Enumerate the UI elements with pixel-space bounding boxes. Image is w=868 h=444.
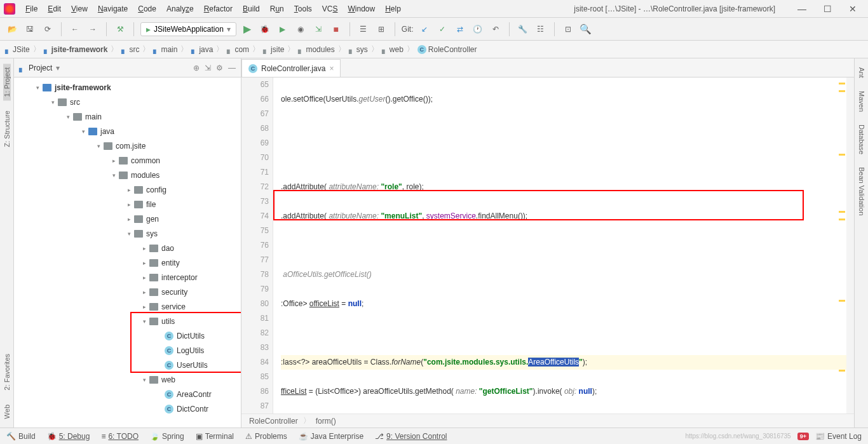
menu-vcs[interactable]: VCS bbox=[317, 3, 343, 15]
error-stripe[interactable] bbox=[846, 77, 854, 414]
project-dropdown-icon[interactable]: ▾ bbox=[56, 64, 60, 72]
sb-vcs[interactable]: ⎇ 9: Version Control bbox=[375, 432, 447, 441]
menu-code[interactable]: Code bbox=[133, 3, 161, 15]
forward-icon[interactable]: → bbox=[86, 22, 100, 36]
expand-icon[interactable]: ⇲ bbox=[205, 64, 211, 72]
tw-ant[interactable]: Ant bbox=[858, 64, 865, 82]
make-icon[interactable]: ⚒ bbox=[113, 22, 127, 36]
bc-file[interactable]: CRoleController bbox=[417, 45, 477, 54]
bc-main[interactable]: ▖main bbox=[153, 45, 177, 54]
menu-help[interactable]: Help bbox=[380, 3, 406, 15]
sb-terminal[interactable]: ▣ Terminal bbox=[196, 432, 234, 441]
refresh-icon[interactable]: ⟳ bbox=[41, 22, 55, 36]
tree-security[interactable]: ▸security bbox=[14, 285, 241, 299]
menu-refactor[interactable]: Refactor bbox=[199, 3, 238, 15]
attach-button[interactable]: ⇲ bbox=[311, 22, 325, 36]
git-compare-icon[interactable]: ⇄ bbox=[453, 22, 467, 36]
sb-debug[interactable]: 🐞 5: Debug bbox=[47, 432, 90, 441]
bc-sys[interactable]: ▖sys bbox=[349, 45, 368, 54]
menu-file[interactable]: File bbox=[20, 3, 43, 15]
bc-java[interactable]: ▖java bbox=[191, 45, 213, 54]
bc-web[interactable]: ▖web bbox=[382, 45, 403, 54]
tw-structure[interactable]: Z: Structure bbox=[3, 107, 11, 151]
bc-jsite2[interactable]: ▖jsite bbox=[263, 45, 284, 54]
tree-web[interactable]: ▾web bbox=[14, 372, 241, 387]
maximize-button[interactable]: ☐ bbox=[816, 2, 839, 16]
close-button[interactable]: ✕ bbox=[841, 2, 864, 16]
tree-utils[interactable]: ▾utils bbox=[14, 314, 241, 328]
sb-eventlog[interactable]: 📰 Event Log bbox=[815, 432, 862, 441]
bc-modules[interactable]: ▖modules bbox=[298, 45, 334, 54]
tree-entity[interactable]: ▸entity bbox=[14, 255, 241, 270]
sb-build[interactable]: 🔨 Build bbox=[6, 432, 36, 441]
tw-favorites[interactable]: 2: Favorites bbox=[3, 350, 11, 394]
tree-interceptor[interactable]: ▸interceptor bbox=[14, 270, 241, 285]
tree-areacontr[interactable]: CAreaContr bbox=[14, 387, 241, 401]
project-tree[interactable]: ▾jsite-framework ▾src ▾main ▾java ▾com.j… bbox=[14, 77, 241, 427]
git-history-icon[interactable]: 🕐 bbox=[471, 22, 485, 36]
bc-com[interactable]: ▖com bbox=[227, 45, 249, 54]
bc-src[interactable]: ▖src bbox=[121, 45, 139, 54]
menu-edit[interactable]: Edit bbox=[43, 3, 66, 15]
gear-icon[interactable]: ⚙ bbox=[216, 64, 223, 72]
menu-tools[interactable]: Tools bbox=[289, 3, 317, 15]
tree-logutils[interactable]: CLogUtils bbox=[14, 343, 241, 358]
hide-icon[interactable]: — bbox=[228, 64, 236, 72]
sb-spring[interactable]: 🍃 Spring bbox=[150, 432, 184, 441]
git-update-icon[interactable]: ↙ bbox=[417, 22, 431, 36]
tb-icon-b[interactable]: ⊞ bbox=[374, 22, 388, 36]
tree-service[interactable]: ▸service bbox=[14, 299, 241, 314]
tw-project[interactable]: 1: Project bbox=[3, 64, 11, 100]
code-editor[interactable]: ole.setOffice(UserUtils.getUser().getOff… bbox=[273, 77, 854, 414]
save-icon[interactable]: 🖫 bbox=[23, 22, 37, 36]
run-button[interactable]: ▶ bbox=[240, 22, 254, 36]
bc-jsite[interactable]: ▖JSite bbox=[5, 45, 30, 54]
locate-icon[interactable]: ⊕ bbox=[193, 64, 200, 72]
menu-build[interactable]: Build bbox=[238, 3, 265, 15]
tree-dao[interactable]: ▸dao bbox=[14, 241, 241, 255]
bc-framework[interactable]: ▖jsite-framework bbox=[44, 45, 108, 54]
cb-class[interactable]: RoleController bbox=[249, 417, 298, 426]
tw-database[interactable]: Database bbox=[858, 121, 865, 158]
tree-pkg[interactable]: ▾com.jsite bbox=[14, 138, 241, 153]
menu-window[interactable]: Window bbox=[342, 3, 380, 15]
debug-button[interactable]: 🐞 bbox=[258, 22, 272, 36]
tree-gen[interactable]: ▸gen bbox=[14, 212, 241, 226]
minimize-button[interactable]: — bbox=[790, 2, 813, 16]
git-revert-icon[interactable]: ↶ bbox=[489, 22, 503, 36]
tree-userutils[interactable]: CUserUtils bbox=[14, 358, 241, 372]
tree-src[interactable]: ▾src bbox=[14, 95, 241, 109]
structure-icon[interactable]: ☷ bbox=[534, 22, 548, 36]
menu-navigate[interactable]: Navigate bbox=[93, 3, 133, 15]
tw-maven[interactable]: Maven bbox=[858, 87, 865, 116]
tree-java[interactable]: ▾java bbox=[14, 124, 241, 138]
tree-sys[interactable]: ▾sys bbox=[14, 226, 241, 241]
tree-config[interactable]: ▸config bbox=[14, 182, 241, 197]
notification-badge[interactable]: 9+ bbox=[797, 433, 809, 440]
open-icon[interactable]: 📂 bbox=[5, 22, 19, 36]
menu-view[interactable]: View bbox=[66, 3, 93, 15]
tree-file[interactable]: ▸file bbox=[14, 197, 241, 212]
tb-misc-icon[interactable]: ⊡ bbox=[561, 22, 575, 36]
editor-tab-rolecontroller[interactable]: C RoleController.java × bbox=[241, 59, 341, 77]
coverage-button[interactable]: ▶ bbox=[276, 22, 290, 36]
tree-dictcontr[interactable]: CDictContr bbox=[14, 401, 241, 416]
sb-javaee[interactable]: ☕ Java Enterprise bbox=[299, 432, 363, 441]
sb-problems[interactable]: ⚠ Problems bbox=[245, 432, 287, 441]
tb-icon-a[interactable]: ☰ bbox=[356, 22, 370, 36]
close-tab-icon[interactable]: × bbox=[329, 64, 334, 73]
tree-main[interactable]: ▾main bbox=[14, 109, 241, 124]
run-config-select[interactable]: ▸ JSiteWebApplication ▾ bbox=[140, 22, 236, 36]
menu-run[interactable]: Run bbox=[265, 3, 289, 15]
profile-button[interactable]: ◉ bbox=[294, 22, 308, 36]
stop-button[interactable]: ■ bbox=[329, 22, 343, 36]
back-icon[interactable]: ← bbox=[68, 22, 82, 36]
tw-web[interactable]: Web bbox=[3, 401, 11, 422]
sb-todo[interactable]: ≡ 6: TODO bbox=[101, 432, 139, 441]
menu-analyze[interactable]: Analyze bbox=[161, 3, 199, 15]
tree-modules[interactable]: ▾modules bbox=[14, 168, 241, 182]
tw-bean[interactable]: Bean Validation bbox=[858, 163, 865, 219]
tree-dictutils[interactable]: CDictUtils bbox=[14, 328, 241, 343]
gutter[interactable]: 6566676869707172737475767778798081828384… bbox=[241, 77, 273, 414]
tree-common[interactable]: ▸common bbox=[14, 153, 241, 168]
